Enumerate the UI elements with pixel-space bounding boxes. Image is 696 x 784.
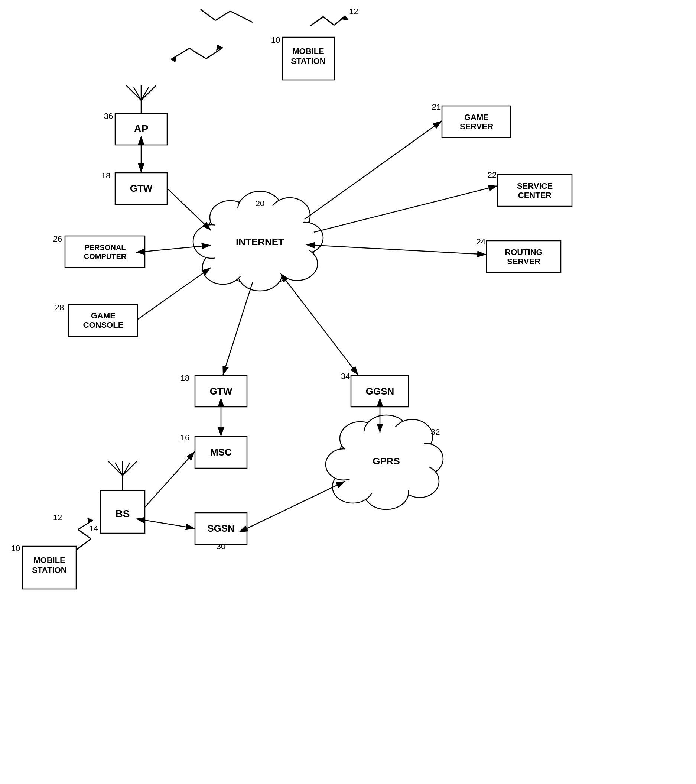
svg-line-22 [126,86,141,100]
svg-rect-69 [195,436,247,468]
svg-point-75 [392,420,433,454]
label-10-top: 10 [271,35,280,44]
svg-marker-17 [171,56,176,63]
svg-text:COMPUTER: COMPUTER [84,252,127,260]
svg-marker-103 [87,517,93,523]
svg-rect-84 [100,491,145,533]
svg-line-25 [141,87,148,100]
svg-line-6 [230,11,253,22]
svg-point-76 [407,443,443,474]
svg-point-81 [342,427,430,495]
label-22: 22 [488,170,497,180]
svg-line-8 [201,9,216,20]
svg-text:MOBILE: MOBILE [292,46,324,56]
svg-line-7 [216,11,230,20]
svg-rect-97 [22,546,76,589]
svg-rect-54 [487,241,561,272]
label-21: 21 [432,102,441,112]
label-12-bottom: 12 [53,513,62,522]
svg-marker-13 [342,16,349,20]
svg-rect-48 [442,106,511,137]
svg-point-74 [364,415,408,451]
label-28: 28 [55,303,64,312]
svg-point-79 [332,470,373,503]
svg-text:GAME: GAME [91,311,115,320]
svg-text:PERSONAL: PERSONAL [84,244,125,252]
svg-line-90 [123,463,130,476]
svg-line-102 [78,520,93,529]
label-18-bottom: 18 [181,374,189,383]
svg-line-95 [145,520,195,529]
svg-line-62 [315,245,487,255]
label-32: 32 [431,427,440,436]
svg-line-59 [137,267,211,320]
svg-point-45 [193,225,230,258]
svg-text:SERVER: SERVER [460,122,493,131]
svg-point-44 [202,251,243,284]
label-20: 20 [255,199,265,208]
svg-line-14 [171,48,189,59]
svg-rect-92 [195,513,247,544]
svg-point-43 [238,255,282,291]
diagram-container: MOBILE STATION 10 12 AP [0,0,696,784]
svg-line-9 [201,9,230,11]
svg-rect-65 [195,375,247,407]
svg-rect-28 [115,173,167,204]
svg-rect-34 [69,305,137,336]
svg-point-73 [340,422,381,455]
svg-line-87 [108,461,123,476]
svg-point-39 [238,191,282,229]
svg-text:GPRS: GPRS [372,456,400,467]
svg-point-72 [338,422,434,500]
svg-point-37 [204,199,316,284]
svg-point-46 [210,204,310,279]
svg-line-57 [167,188,211,231]
svg-point-78 [364,475,408,509]
svg-text:MSC: MSC [210,446,232,458]
label-14: 14 [89,524,98,533]
svg-line-64 [286,280,359,375]
svg-rect-51 [498,175,572,206]
svg-line-26 [141,86,156,100]
svg-point-41 [286,222,323,254]
label-30: 30 [217,542,225,551]
svg-text:GTW: GTW [130,183,153,194]
svg-line-12 [334,16,346,25]
svg-text:GAME: GAME [464,113,489,122]
svg-point-40 [269,198,310,233]
svg-line-23 [134,87,141,100]
svg-point-80 [326,449,361,480]
svg-line-88 [115,463,123,476]
svg-point-42 [277,247,318,280]
svg-text:SGSN: SGSN [207,523,235,534]
svg-rect-3 [282,37,334,80]
svg-text:MOBILE: MOBILE [33,555,65,565]
svg-text:GTW: GTW [210,386,232,397]
svg-line-91 [123,461,137,476]
svg-rect-19 [115,113,167,145]
svg-line-100 [76,539,91,550]
svg-line-58 [145,245,211,252]
label-24: 24 [477,237,485,246]
svg-line-11 [323,17,334,25]
svg-text:ROUTING: ROUTING [505,247,542,257]
svg-line-61 [314,186,498,232]
svg-point-77 [400,465,439,497]
label-26: 26 [53,234,62,244]
label-18-top: 18 [101,171,110,180]
svg-rect-67 [351,375,408,407]
svg-text:BS: BS [115,508,130,519]
svg-text:AP: AP [134,123,148,135]
svg-text:CONSOLE: CONSOLE [83,320,124,329]
svg-point-38 [210,201,251,234]
svg-line-15 [189,48,206,59]
svg-text:CENTER: CENTER [518,191,552,200]
label-16: 16 [181,433,189,442]
svg-text:GGSN: GGSN [366,386,395,397]
svg-line-16 [206,48,223,59]
svg-line-94 [145,451,195,507]
svg-line-60 [304,121,442,219]
svg-text:STATION: STATION [32,565,66,575]
network-diagram-svg: MOBILE STATION 10 12 AP [0,0,696,784]
svg-line-63 [223,282,253,375]
